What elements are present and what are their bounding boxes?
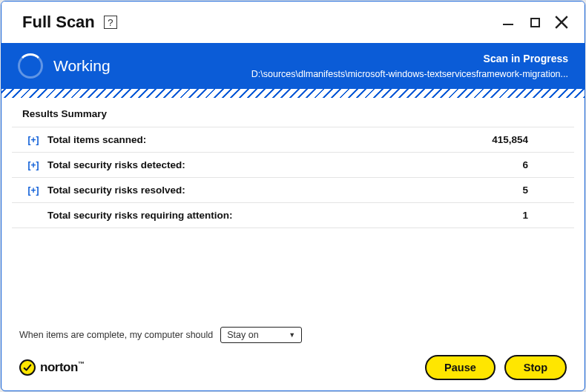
result-label: Total security risks resolved: xyxy=(47,185,500,196)
title-left-group: Full Scan ? xyxy=(22,13,117,32)
close-icon xyxy=(555,16,568,29)
brand-logo-icon xyxy=(19,359,36,376)
results-header: Results Summary xyxy=(12,98,574,127)
progress-title: Scan in Progress xyxy=(251,51,568,66)
status-banner: Working Scan in Progress D:\sources\dlma… xyxy=(1,43,585,89)
progress-stripe xyxy=(1,89,585,98)
working-label: Working xyxy=(53,57,111,75)
bottom-row: norton™ Pause Stop xyxy=(19,355,567,380)
result-row: [+]Total items scanned:415,854 xyxy=(12,127,574,152)
stop-button[interactable]: Stop xyxy=(504,355,567,380)
expand-toggle[interactable]: [+] xyxy=(27,135,40,145)
expand-toggle[interactable]: [+] xyxy=(27,160,40,170)
maximize-button[interactable] xyxy=(528,16,541,29)
result-value: 415,854 xyxy=(492,134,559,145)
select-value: Stay on xyxy=(227,330,258,340)
progress-path: D:\sources\dlmanifests\microsoft-windows… xyxy=(251,67,568,81)
on-complete-line: When items are complete, my computer sho… xyxy=(19,327,567,343)
on-complete-select[interactable]: Stay on ▼ xyxy=(220,327,302,343)
titlebar: Full Scan ? xyxy=(1,1,585,43)
pause-button[interactable]: Pause xyxy=(425,355,496,380)
result-label: Total items scanned: xyxy=(47,134,492,145)
chevron-down-icon: ▼ xyxy=(289,331,295,339)
brand-name: norton™ xyxy=(40,360,84,375)
close-button[interactable] xyxy=(555,16,568,29)
window-controls xyxy=(501,16,568,29)
result-label: Total security risks requiring attention… xyxy=(47,210,500,221)
footer: When items are complete, my computer sho… xyxy=(1,327,585,391)
result-value: 5 xyxy=(500,185,559,196)
result-value: 1 xyxy=(500,210,559,221)
results-panel: Results Summary [+]Total items scanned:4… xyxy=(1,98,585,327)
minimize-button[interactable] xyxy=(501,16,515,29)
working-group: Working xyxy=(18,53,111,79)
help-icon[interactable]: ? xyxy=(104,16,117,29)
result-row: [+]Total security risks resolved:5 xyxy=(12,177,574,202)
result-row: [+]Total security risks detected:6 xyxy=(12,152,574,177)
on-complete-prompt: When items are complete, my computer sho… xyxy=(19,330,213,340)
results-rows: [+]Total items scanned:415,854[+]Total s… xyxy=(12,127,574,228)
window-title: Full Scan xyxy=(22,13,95,32)
spinner-icon xyxy=(18,53,43,79)
app-window: Full Scan ? Working Scan in Progress D:\… xyxy=(1,1,585,391)
result-row: Total security risks requiring attention… xyxy=(12,202,574,228)
result-value: 6 xyxy=(500,159,559,170)
action-buttons: Pause Stop xyxy=(425,355,567,380)
progress-info: Scan in Progress D:\sources\dlmanifests\… xyxy=(251,51,568,80)
brand: norton™ xyxy=(19,359,84,376)
result-label: Total security risks detected: xyxy=(47,159,500,170)
expand-toggle[interactable]: [+] xyxy=(27,185,40,196)
